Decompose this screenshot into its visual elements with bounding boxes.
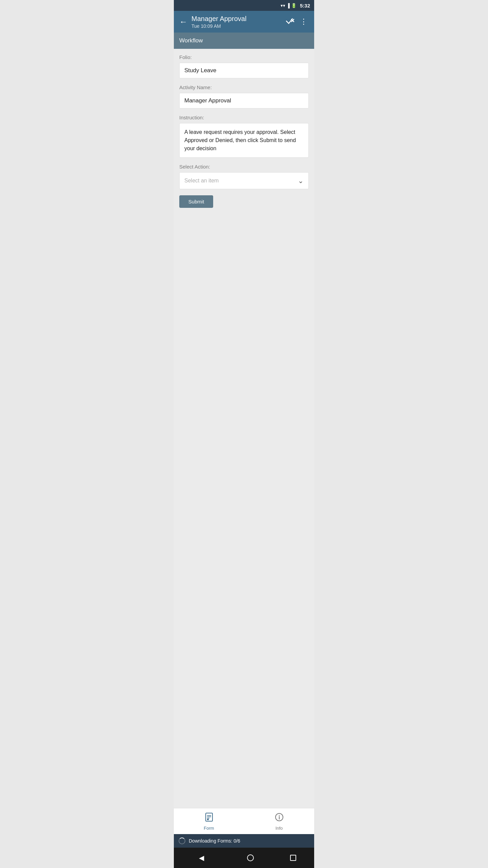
svg-rect-2 bbox=[206, 813, 212, 821]
select-action-placeholder: Select an item bbox=[184, 178, 219, 184]
app-bar: ← Manager Approval Tue 10:09 AM ⋮ bbox=[174, 11, 314, 33]
battery-icon: 🔋 bbox=[291, 3, 297, 8]
instruction-label: Instruction: bbox=[179, 115, 309, 120]
app-bar-subtitle: Tue 10:09 AM bbox=[191, 23, 284, 29]
status-time: 5:32 bbox=[300, 3, 310, 8]
signal-icon: ▐ bbox=[287, 3, 290, 8]
nav-home-button[interactable] bbox=[247, 854, 254, 861]
bottom-tab-bar: Form Info bbox=[174, 808, 314, 834]
activity-name-label: Activity Name: bbox=[179, 84, 309, 90]
status-icons: ▾▾ ▐ 🔋 5:32 bbox=[281, 3, 310, 8]
tab-form[interactable]: Form bbox=[174, 808, 244, 834]
wifi-icon: ▾▾ bbox=[281, 3, 285, 8]
section-header-label: Workflow bbox=[179, 37, 203, 44]
status-bar: ▾▾ ▐ 🔋 5:32 bbox=[174, 0, 314, 11]
download-bar: Downloading Forms: 0/6 bbox=[174, 834, 314, 848]
app-bar-actions: ⋮ bbox=[284, 16, 309, 28]
folio-label: Folio: bbox=[179, 54, 309, 60]
main-content: Folio: Study Leave Activity Name: Manage… bbox=[174, 49, 314, 808]
select-action-field-group: Select Action: Select an item ⌄ bbox=[179, 164, 309, 189]
tab-form-label: Form bbox=[204, 826, 214, 831]
instruction-value: A leave request requires your approval. … bbox=[179, 123, 309, 158]
chevron-down-icon: ⌄ bbox=[298, 177, 304, 185]
svg-rect-6 bbox=[207, 819, 209, 820]
app-bar-title: Manager Approval bbox=[191, 15, 284, 23]
tab-info[interactable]: Info bbox=[244, 808, 314, 834]
select-action-dropdown[interactable]: Select an item ⌄ bbox=[179, 172, 309, 189]
info-icon bbox=[274, 812, 284, 824]
app-bar-title-group: Manager Approval Tue 10:09 AM bbox=[191, 15, 284, 29]
download-text: Downloading Forms: 0/6 bbox=[189, 838, 240, 844]
svg-point-9 bbox=[279, 815, 280, 816]
instruction-field-group: Instruction: A leave request requires yo… bbox=[179, 115, 309, 158]
folio-field-group: Folio: Study Leave bbox=[179, 54, 309, 78]
download-spinner bbox=[179, 837, 185, 844]
activity-name-value: Manager Approval bbox=[179, 93, 309, 108]
submit-button[interactable]: Submit bbox=[179, 195, 213, 208]
nav-recent-button[interactable] bbox=[290, 855, 296, 861]
submit-check-button[interactable] bbox=[284, 16, 296, 28]
select-action-label: Select Action: bbox=[179, 164, 309, 170]
more-options-button[interactable]: ⋮ bbox=[299, 16, 309, 27]
check-x-icon bbox=[286, 17, 294, 25]
back-button[interactable]: ← bbox=[179, 17, 187, 26]
submit-button-container: Submit bbox=[179, 195, 309, 208]
nav-back-button[interactable]: ◀ bbox=[192, 852, 211, 863]
form-icon bbox=[204, 812, 214, 824]
tab-info-label: Info bbox=[276, 826, 283, 831]
folio-value: Study Leave bbox=[179, 63, 309, 78]
activity-name-field-group: Activity Name: Manager Approval bbox=[179, 84, 309, 108]
section-header: Workflow bbox=[174, 33, 314, 49]
android-nav-bar: ◀ bbox=[174, 848, 314, 868]
